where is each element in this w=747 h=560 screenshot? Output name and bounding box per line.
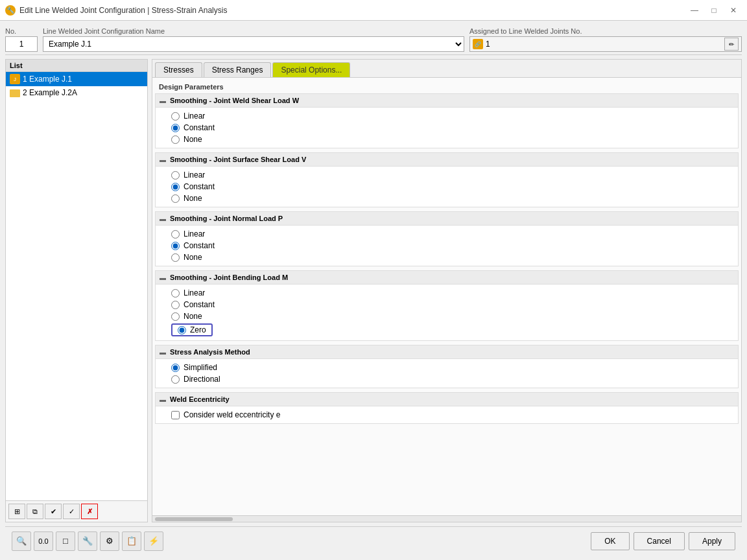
collapse-icon-m[interactable]: ▬ bbox=[160, 274, 166, 281]
sidebar-item-label-1: 1 Example J.1 bbox=[23, 75, 72, 84]
radio-sa-simplified-label[interactable]: Simplified bbox=[184, 363, 217, 372]
app-icon: 🔧 bbox=[5, 5, 16, 16]
section-stress-analysis-body: Simplified Directional bbox=[156, 359, 738, 388]
radio-m-linear[interactable] bbox=[171, 289, 180, 298]
radio-w-constant-label[interactable]: Constant bbox=[184, 123, 215, 132]
clipboard-button[interactable]: 📋 bbox=[122, 531, 141, 551]
radio-v-none-label[interactable]: None bbox=[184, 194, 202, 203]
section-smoothing-m-body: Linear Constant None bbox=[156, 285, 738, 340]
header-row: No. Line Welded Joint Configuration Name… bbox=[5, 26, 742, 55]
titlebar: 🔧 Edit Line Welded Joint Configuration |… bbox=[0, 0, 747, 21]
section-smoothing-v-title: Smoothing - Joint Surface Shear Load V bbox=[170, 156, 306, 163]
radio-w-none[interactable] bbox=[171, 135, 180, 144]
section-smoothing-w-header: ▬ Smoothing - Joint Weld Shear Load W bbox=[156, 94, 738, 108]
minimize-button[interactable]: — bbox=[686, 3, 703, 18]
radio-p-none-label[interactable]: None bbox=[184, 253, 202, 262]
section-smoothing-p: ▬ Smoothing - Joint Normal Load P Linear… bbox=[155, 211, 739, 266]
cancel-button[interactable]: Cancel bbox=[634, 532, 685, 550]
no-input[interactable] bbox=[5, 36, 38, 52]
radio-sa-directional-label[interactable]: Directional bbox=[184, 375, 220, 384]
radio-v-none[interactable] bbox=[171, 194, 180, 203]
collapse-icon-w[interactable]: ▬ bbox=[160, 97, 166, 104]
radio-m-linear-label[interactable]: Linear bbox=[184, 288, 205, 298]
window-title: Edit Line Welded Joint Configuration | S… bbox=[19, 6, 227, 15]
radio-p-none[interactable] bbox=[171, 253, 180, 262]
radio-row-v-constant: Constant bbox=[171, 181, 728, 192]
section-smoothing-m-title: Smoothing - Joint Bending Load M bbox=[170, 274, 288, 281]
radio-m-constant[interactable] bbox=[171, 301, 180, 309]
radio-sa-directional[interactable] bbox=[171, 375, 180, 384]
radio-row-p-none: None bbox=[171, 251, 728, 263]
radio-w-none-label[interactable]: None bbox=[184, 135, 202, 144]
radio-sa-simplified[interactable] bbox=[171, 364, 180, 372]
tab-stresses[interactable]: Stresses bbox=[155, 62, 202, 77]
sidebar-item-2[interactable]: 2 Example J.2A bbox=[6, 86, 147, 99]
radio-v-linear-label[interactable]: Linear bbox=[184, 170, 205, 180]
radio-v-linear[interactable] bbox=[171, 171, 180, 180]
radio-w-linear-label[interactable]: Linear bbox=[184, 111, 205, 121]
tab-stress-ranges[interactable]: Stress Ranges bbox=[204, 62, 272, 77]
radio-row-m-zero: Zero bbox=[171, 322, 728, 338]
section-stress-analysis-title: Stress Analysis Method bbox=[170, 348, 250, 356]
sidebar-item-1[interactable]: J 1 Example J.1 bbox=[6, 72, 147, 86]
config-button[interactable]: 🔧 bbox=[78, 531, 97, 551]
tab-special-options[interactable]: Special Options... bbox=[272, 62, 350, 77]
close-button[interactable]: ✕ bbox=[725, 3, 742, 18]
section-weld-eccentricity-header: ▬ Weld Eccentricity bbox=[156, 393, 738, 406]
radio-w-constant[interactable] bbox=[171, 124, 180, 132]
maximize-button[interactable]: □ bbox=[706, 3, 722, 18]
collapse-icon-sa[interactable]: ▬ bbox=[160, 349, 166, 356]
radio-p-constant-label[interactable]: Constant bbox=[184, 241, 215, 250]
section-smoothing-m: ▬ Smoothing - Joint Bending Load M Linea… bbox=[155, 270, 739, 341]
search-button[interactable]: 🔍 bbox=[12, 531, 31, 551]
radio-m-constant-label[interactable]: Constant bbox=[184, 300, 215, 309]
apply-button[interactable]: Apply bbox=[689, 532, 735, 550]
main-window: 🔧 Edit Line Welded Joint Configuration |… bbox=[0, 0, 747, 560]
section-stress-analysis: ▬ Stress Analysis Method Simplified Dire… bbox=[155, 345, 739, 388]
item-icon-1: J bbox=[10, 74, 20, 84]
horizontal-scrollbar[interactable] bbox=[152, 515, 741, 522]
sidebar-items: J 1 Example J.1 2 Example J.2A bbox=[6, 72, 147, 500]
tool-new-button[interactable]: ⊞ bbox=[8, 504, 25, 519]
selected-radio-box-zero: Zero bbox=[171, 323, 213, 336]
radio-row-v-linear: Linear bbox=[171, 169, 728, 181]
action-button[interactable]: ⚡ bbox=[144, 531, 163, 551]
radio-row-m-constant: Constant bbox=[171, 299, 728, 310]
collapse-icon-p[interactable]: ▬ bbox=[160, 215, 166, 222]
tool-delete-button[interactable]: ✗ bbox=[81, 504, 98, 519]
radio-p-linear[interactable] bbox=[171, 230, 180, 239]
radio-p-constant[interactable] bbox=[171, 242, 180, 250]
radio-v-constant-label[interactable]: Constant bbox=[184, 182, 215, 191]
section-smoothing-w-title: Smoothing - Joint Weld Shear Load W bbox=[170, 97, 299, 104]
panel-content: Design Parameters ▬ Smoothing - Joint We… bbox=[152, 78, 741, 515]
radio-w-linear[interactable] bbox=[171, 112, 180, 121]
tool-check-button[interactable]: ✓ bbox=[63, 504, 80, 519]
tool-copy-button[interactable]: ⧉ bbox=[27, 504, 43, 519]
checkbox-eccentricity[interactable] bbox=[171, 411, 180, 419]
radio-m-none[interactable] bbox=[171, 312, 180, 321]
no-label: No. bbox=[5, 27, 38, 35]
sidebar-tools: ⊞ ⧉ ✔ ✓ ✗ bbox=[6, 500, 147, 522]
section-weld-eccentricity: ▬ Weld Eccentricity Consider weld eccent… bbox=[155, 392, 739, 424]
radio-v-constant[interactable] bbox=[171, 183, 180, 191]
section-smoothing-p-title: Smoothing - Joint Normal Load P bbox=[170, 215, 283, 222]
radio-m-zero-label[interactable]: Zero bbox=[190, 325, 206, 334]
tabs-bar: Stresses Stress Ranges Special Options..… bbox=[152, 60, 741, 78]
view-button[interactable]: □ bbox=[56, 531, 75, 551]
ok-button[interactable]: OK bbox=[591, 532, 629, 550]
radio-m-none-label[interactable]: None bbox=[184, 312, 202, 321]
assigned-edit-button[interactable]: ✏ bbox=[724, 38, 739, 51]
collapse-icon-we[interactable]: ▬ bbox=[160, 396, 166, 403]
radio-m-zero[interactable] bbox=[178, 326, 186, 334]
value-button[interactable]: 0.0 bbox=[34, 531, 53, 551]
tool-check-all-button[interactable]: ✔ bbox=[45, 504, 62, 519]
settings-button[interactable]: ⚙ bbox=[100, 531, 119, 551]
checkbox-eccentricity-label[interactable]: Consider weld eccentricity e bbox=[184, 410, 280, 419]
radio-row-p-constant: Constant bbox=[171, 240, 728, 251]
name-select[interactable]: Example J.1 bbox=[43, 36, 464, 52]
right-panel: Stresses Stress Ranges Special Options..… bbox=[152, 59, 742, 522]
radio-p-linear-label[interactable]: Linear bbox=[184, 229, 205, 239]
collapse-icon-v[interactable]: ▬ bbox=[160, 156, 166, 163]
sidebar-item-label-2: 2 Example J.2A bbox=[23, 88, 77, 97]
section-stress-analysis-header: ▬ Stress Analysis Method bbox=[156, 345, 738, 359]
